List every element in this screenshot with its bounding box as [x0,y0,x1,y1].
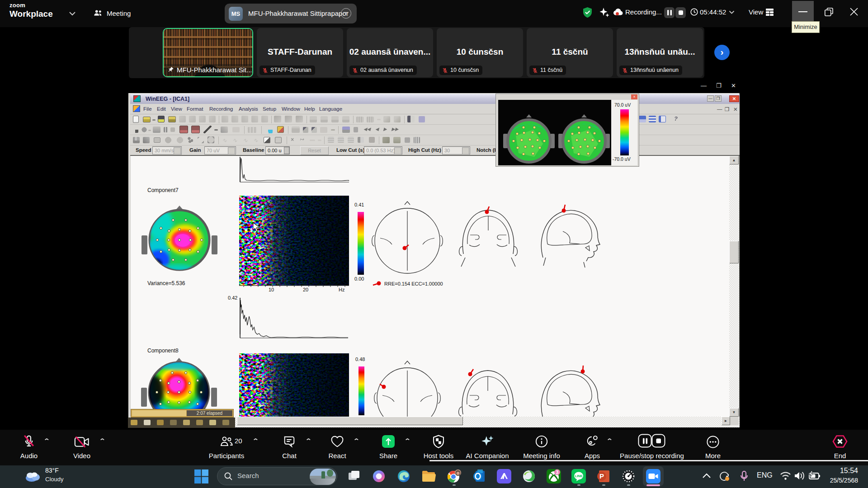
svg-text:Component7: Component7 [147,187,179,193]
svg-text:P: P [599,472,604,480]
svg-text:RRE=0.154 ECC=1.00000: RRE=0.154 ECC=1.00000 [384,281,443,286]
svg-text:20: 20 [303,287,308,292]
svg-text:0.41: 0.41 [354,202,364,207]
svg-text:Component8: Component8 [147,347,179,354]
svg-text:0.00: 0.00 [354,276,364,282]
svg-text:Variance=5.536: Variance=5.536 [147,280,185,286]
svg-text:0.42: 0.42 [228,295,237,300]
svg-text:Hz: Hz [339,287,344,292]
svg-text:3: 3 [556,469,559,475]
svg-text:LINE: LINE [575,474,582,478]
svg-text:0.48: 0.48 [355,357,365,362]
svg-text:10: 10 [269,287,274,292]
